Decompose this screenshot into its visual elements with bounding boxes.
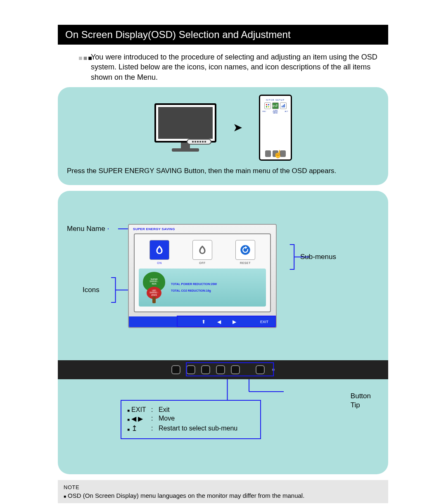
zoom-label-left: ENU [263, 110, 266, 114]
svg-rect-6 [284, 104, 285, 107]
stat-co2: TOTAL CO2 REDUCTION:16g [171, 288, 217, 294]
callout-icons: Icons [83, 286, 100, 294]
zoom-label-mid: SUPER ENERGY SAVING [271, 110, 280, 114]
bezel-button[interactable] [201, 365, 210, 374]
note-body: ■OSD (On Screen Display) menu languages … [64, 492, 382, 499]
panel-step2: Menu Name Icons Sub-menus SUPER ENERGY S… [58, 191, 388, 474]
hand-pointer-icon: ☝ [273, 150, 282, 159]
nav-right-icon[interactable]: ▶ [232, 319, 236, 325]
svg-rect-3 [268, 106, 269, 107]
monitor-illustration [154, 103, 216, 152]
osd-option-on[interactable]: ON [148, 240, 171, 264]
svg-rect-1 [268, 104, 269, 105]
nav-up-icon[interactable]: ⬆ [202, 319, 206, 325]
legend-row: ■EXIT:Exit [127, 406, 254, 414]
zoom-btn [265, 150, 271, 157]
monitor-buttons-callout [187, 139, 211, 145]
bezel-power-button[interactable] [256, 365, 265, 374]
osd-option-off[interactable]: OFF [191, 240, 214, 264]
note-heading: NOTE [64, 484, 382, 490]
zoom-label-right: AUT [285, 110, 288, 114]
bezel-button[interactable] [186, 365, 195, 374]
osd-zoom-header: NITOR SETUP [262, 99, 289, 101]
callout-submenus: Sub-menus [300, 253, 336, 261]
page-title: On Screen Display(OSD) Selection and Adj… [58, 25, 388, 45]
osd-option-reset[interactable]: RESET [234, 240, 256, 264]
monitor-bezel [58, 360, 388, 379]
bezel-button[interactable] [231, 365, 240, 374]
bezel-button[interactable] [171, 365, 180, 374]
bullet-ornament: ■■■ [78, 55, 91, 62]
bezel-button[interactable] [216, 365, 225, 374]
zoom-icon-eco: e↺ [272, 102, 279, 109]
osd-zoom-illustration: NITOR SETUP e↺ ENU SUPER ENERGY SAVING A… [259, 95, 292, 161]
osd-nav-bar: ⬆ ◀ ▶ EXIT [129, 316, 276, 327]
osd-window: SUPER ENERGY SAVING ON OFF RESET [128, 224, 277, 328]
panel-step1: ➤ NITOR SETUP e↺ ENU SUPER ENERGY SAVING… [58, 87, 388, 185]
legend-row: ■◀ ▶:Move [127, 415, 254, 423]
intro-paragraph: ■■■ You were introduced to the procedure… [58, 52, 388, 82]
stat-power: TOTAL POWER REDUCTION:20W [171, 281, 217, 287]
arrow-right-icon: ➤ [233, 121, 242, 134]
intro-text: You were introduced to the procedure of … [91, 52, 388, 82]
zoom-icon-3 [280, 102, 287, 109]
svg-rect-4 [282, 106, 282, 107]
legend-box: ■EXIT:Exit ■◀ ▶:Move ■↥:Restart to selec… [121, 400, 261, 439]
svg-rect-0 [266, 104, 267, 105]
svg-rect-2 [266, 106, 267, 107]
tree-icon: SUPER SAVING : 4W/h LED SAVING : 15W/h [143, 272, 165, 303]
nav-left-icon[interactable]: ◀ [217, 319, 221, 325]
legend-row: ■↥:Restart to select sub-menu [127, 424, 254, 433]
osd-menu-title: SUPER ENERGY SAVING [129, 225, 276, 233]
zoom-icon-1 [264, 102, 271, 109]
nav-exit-button[interactable]: EXIT [260, 320, 268, 324]
bezel-led-icon [272, 368, 275, 371]
callout-button-tip: Button Tip [351, 392, 371, 410]
callout-menu-name: Menu Name [67, 225, 109, 233]
svg-rect-5 [283, 105, 284, 107]
note-box: NOTE ■OSD (On Screen Display) menu langu… [58, 480, 388, 503]
osd-stats-area: SUPER SAVING : 4W/h LED SAVING : 15W/h T… [139, 269, 266, 307]
panel1-caption: Press the SUPER ENERGY SAVING Button, th… [67, 166, 379, 176]
